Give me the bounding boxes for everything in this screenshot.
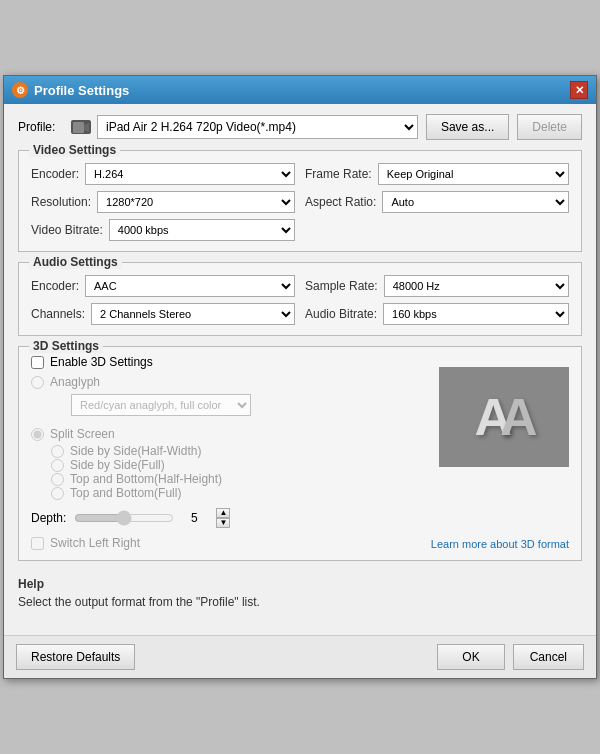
- help-text: Select the output format from the "Profi…: [18, 595, 582, 609]
- channels-select[interactable]: 2 Channels Stereo: [91, 303, 295, 325]
- footer: Restore Defaults OK Cancel: [4, 635, 596, 678]
- 3d-settings-title: 3D Settings: [29, 339, 103, 353]
- depth-row: Depth: 5 ▲ ▼: [31, 508, 569, 528]
- side-by-side-half-radio[interactable]: [51, 445, 64, 458]
- close-button[interactable]: ✕: [570, 81, 588, 99]
- top-bottom-full-label: Top and Bottom(Full): [70, 486, 181, 500]
- depth-spinner: ▲ ▼: [216, 508, 230, 528]
- profile-label: Profile:: [18, 120, 63, 134]
- depth-value: 5: [182, 511, 206, 525]
- frame-rate-select[interactable]: Keep Original: [378, 163, 569, 185]
- footer-right: OK Cancel: [437, 644, 584, 670]
- window-title: Profile Settings: [34, 83, 129, 98]
- sample-rate-row: Sample Rate: 48000 Hz: [305, 275, 569, 297]
- aspect-ratio-label: Aspect Ratio:: [305, 195, 376, 209]
- switch-left-right-label: Switch Left Right: [50, 536, 140, 550]
- audio-encoder-select[interactable]: AAC: [85, 275, 295, 297]
- side-by-side-full-radio[interactable]: [51, 459, 64, 472]
- save-as-button[interactable]: Save as...: [426, 114, 509, 140]
- enable-3d-checkbox[interactable]: [31, 356, 44, 369]
- anaglyph-select[interactable]: Red/cyan anaglyph, full color: [71, 394, 251, 416]
- channels-row: Channels: 2 Channels Stereo: [31, 303, 295, 325]
- bitrate-label: Video Bitrate:: [31, 223, 103, 237]
- audio-settings-grid: Encoder: AAC Sample Rate: 48000 Hz Chann…: [31, 275, 569, 325]
- audio-encoder-label: Encoder:: [31, 279, 79, 293]
- window-content: Profile: iPad Air 2 H.264 720p Video(*.m…: [4, 104, 596, 635]
- 3d-bottom-row: Switch Left Right Learn more about 3D fo…: [31, 532, 569, 550]
- aspect-ratio-row: Aspect Ratio: Auto: [305, 191, 569, 213]
- audio-bitrate-select[interactable]: 160 kbps: [383, 303, 569, 325]
- restore-defaults-button[interactable]: Restore Defaults: [16, 644, 135, 670]
- anaglyph-radio[interactable]: [31, 376, 44, 389]
- help-section: Help Select the output format from the "…: [18, 571, 582, 615]
- audio-bitrate-label: Audio Bitrate:: [305, 307, 377, 321]
- top-bottom-half-radio[interactable]: [51, 473, 64, 486]
- video-settings-title: Video Settings: [29, 143, 120, 157]
- switch-left-right-checkbox[interactable]: [31, 537, 44, 550]
- preview-a-right: A: [500, 387, 534, 447]
- audio-settings-section: Audio Settings Encoder: AAC Sample Rate:…: [18, 262, 582, 336]
- bitrate-row: Video Bitrate: 4000 kbps: [31, 219, 295, 241]
- switch-left-right-row: Switch Left Right: [31, 536, 140, 550]
- audio-bitrate-row: Audio Bitrate: 160 kbps: [305, 303, 569, 325]
- top-bottom-full-row: Top and Bottom(Full): [51, 486, 569, 500]
- help-title: Help: [18, 577, 582, 591]
- audio-encoder-row: Encoder: AAC: [31, 275, 295, 297]
- audio-settings-title: Audio Settings: [29, 255, 122, 269]
- learn-more-link[interactable]: Learn more about 3D format: [431, 538, 569, 550]
- app-icon: ⚙: [12, 82, 28, 98]
- cancel-button[interactable]: Cancel: [513, 644, 584, 670]
- resolution-row: Resolution: 1280*720: [31, 191, 295, 213]
- enable-3d-label: Enable 3D Settings: [50, 355, 153, 369]
- 3d-preview-aa: A A: [474, 387, 533, 447]
- depth-down-button[interactable]: ▼: [216, 518, 230, 528]
- aspect-ratio-select[interactable]: Auto: [382, 191, 569, 213]
- channels-label: Channels:: [31, 307, 85, 321]
- profile-select[interactable]: iPad Air 2 H.264 720p Video(*.mp4): [97, 115, 418, 139]
- split-screen-label: Split Screen: [50, 427, 115, 441]
- depth-label: Depth:: [31, 511, 66, 525]
- resolution-select[interactable]: 1280*720: [97, 191, 295, 213]
- svg-rect-0: [73, 122, 84, 133]
- 3d-preview-box: A A: [439, 367, 569, 467]
- top-bottom-half-row: Top and Bottom(Half-Height): [51, 472, 569, 486]
- title-bar-left: ⚙ Profile Settings: [12, 82, 129, 98]
- top-bottom-half-label: Top and Bottom(Half-Height): [70, 472, 222, 486]
- sample-rate-select[interactable]: 48000 Hz: [384, 275, 569, 297]
- split-screen-radio[interactable]: [31, 428, 44, 441]
- profile-settings-window: ⚙ Profile Settings ✕ Profile: iPad Air 2…: [3, 75, 597, 679]
- video-settings-grid: Encoder: H.264 Frame Rate: Keep Original…: [31, 163, 569, 241]
- side-by-side-half-label: Side by Side(Half-Width): [70, 444, 201, 458]
- profile-select-wrap: iPad Air 2 H.264 720p Video(*.mp4): [71, 115, 418, 139]
- depth-up-button[interactable]: ▲: [216, 508, 230, 518]
- ok-button[interactable]: OK: [437, 644, 504, 670]
- top-bottom-full-radio[interactable]: [51, 487, 64, 500]
- 3d-settings-section: 3D Settings A A Enable 3D Settings Anagl…: [18, 346, 582, 561]
- side-by-side-full-label: Side by Side(Full): [70, 458, 165, 472]
- sample-rate-label: Sample Rate:: [305, 279, 378, 293]
- frame-rate-row: Frame Rate: Keep Original: [305, 163, 569, 185]
- profile-row: Profile: iPad Air 2 H.264 720p Video(*.m…: [18, 114, 582, 140]
- svg-marker-1: [84, 123, 89, 132]
- title-bar: ⚙ Profile Settings ✕: [4, 76, 596, 104]
- encoder-select[interactable]: H.264: [85, 163, 295, 185]
- video-icon: [71, 120, 91, 134]
- bitrate-select[interactable]: 4000 kbps: [109, 219, 295, 241]
- depth-slider[interactable]: [74, 510, 174, 526]
- frame-rate-label: Frame Rate:: [305, 167, 372, 181]
- encoder-row: Encoder: H.264: [31, 163, 295, 185]
- delete-button[interactable]: Delete: [517, 114, 582, 140]
- encoder-label: Encoder:: [31, 167, 79, 181]
- video-settings-section: Video Settings Encoder: H.264 Frame Rate…: [18, 150, 582, 252]
- anaglyph-label: Anaglyph: [50, 375, 100, 389]
- resolution-label: Resolution:: [31, 195, 91, 209]
